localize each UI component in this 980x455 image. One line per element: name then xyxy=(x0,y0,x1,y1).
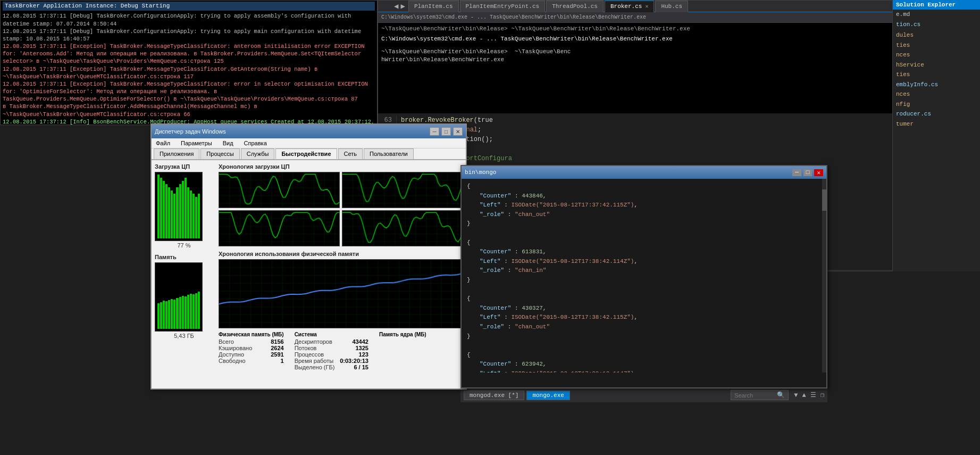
mongo-taskbar-icon-4[interactable]: ❐ xyxy=(820,391,824,399)
tm-stats-center-rows: Дескрипторов43442Потоков1325Процессов123… xyxy=(295,338,368,370)
sol-item-hService[interactable]: hService xyxy=(893,60,980,70)
tm-menu-params[interactable]: Параметры xyxy=(179,139,214,147)
tm-mem-value: 5,43 ГБ xyxy=(155,333,213,339)
tm-menu-help[interactable]: Справка xyxy=(242,139,269,147)
cpu-hist-canvas-1 xyxy=(342,172,463,208)
terminal-line-3: ~\TaskQueue\BenchWriter\bin\Release> ~\T… xyxy=(381,48,976,64)
tm-minimize-btn[interactable]: ─ xyxy=(430,127,439,136)
sol-item-nfig[interactable]: nfig xyxy=(893,100,980,110)
sol-item-roducer.cs[interactable]: roducer.cs xyxy=(893,109,980,119)
solution-explorer: Solution Explorer e.mdtion.csdulestiesnc… xyxy=(892,0,980,271)
cpu-hist-canvas-3 xyxy=(342,211,463,246)
mongo-body: {"Counter" : 443846,"Left" : ISODate("20… xyxy=(462,179,826,373)
ide-tab-scroll-right[interactable]: ▶ xyxy=(400,2,405,11)
ide-address-text: C:\Windows\system32\cmd.exe - ... TaskQu… xyxy=(381,14,646,20)
tm-stats-row: Всего8156 xyxy=(219,338,284,345)
tm-stats-kernel: Память ядра (МБ) xyxy=(379,332,426,370)
tm-tab-Сеть[interactable]: Сеть xyxy=(338,148,363,159)
ide-tab-PlanItemEntryPoint-cs[interactable]: PlanItemEntryPoint.cs xyxy=(460,1,546,12)
mem-bar xyxy=(190,294,192,329)
tm-tab-Пользователи[interactable]: Пользователи xyxy=(364,148,414,159)
tm-stats-row: Доступно2591 xyxy=(219,351,284,358)
tm-stat-value: 2591 xyxy=(271,351,283,358)
mem-bar xyxy=(171,299,173,329)
mongo-left-line: "Left" : ISODate("2015-08-12T17:38:42.11… xyxy=(467,313,821,322)
log-line: 12.08.2015 17:37:11 [Exception] TaskBrok… xyxy=(3,80,375,103)
mem-bar xyxy=(168,300,170,329)
sol-item-tumer[interactable]: tumer xyxy=(893,119,980,129)
mem-bar xyxy=(163,301,165,329)
sol-item-ties[interactable]: ties xyxy=(893,40,980,51)
mongo-blank-line xyxy=(467,229,821,238)
task-manager-body: Загрузка ЦП 77 % Память 5,43 ГБ Хронолог… xyxy=(152,160,466,374)
tm-tab-Приложения[interactable]: Приложения xyxy=(154,148,199,159)
sol-item-e.md[interactable]: e.md xyxy=(893,10,980,20)
sol-item-tion.cs[interactable]: tion.cs xyxy=(893,20,980,30)
tm-stats-system: Система Дескрипторов43442Потоков1325Проц… xyxy=(295,332,368,370)
cpu-hist-canvas-0 xyxy=(219,172,339,208)
ide-tabs-container: PlanItem.csPlanItemEntryPoint.csThreadPo… xyxy=(408,1,689,12)
sol-item-nces[interactable]: nces xyxy=(893,89,980,100)
tm-close-btn[interactable]: ✕ xyxy=(453,127,463,136)
terminal-line-2: C:\Windows\system32\cmd.exe - ... TaskQu… xyxy=(381,35,976,43)
cpu-bar xyxy=(198,194,200,238)
mongo-close-btn[interactable]: ✕ xyxy=(814,169,823,176)
tm-cpu-bar-chart xyxy=(155,172,203,241)
tm-stat-value: 0:03:20:13 xyxy=(340,358,368,364)
mongo-search-box[interactable]: 🔍 xyxy=(731,390,789,400)
ide-terminal: ~\TaskQueue\BenchWriter\bin\Release> ~\T… xyxy=(378,23,979,113)
mem-bar xyxy=(160,302,162,329)
debug-log-container: 12.08.2015 17:37:11 [Debug] TaskBroker.C… xyxy=(3,12,375,125)
ide-tab-Broker-cs[interactable]: Broker.cs✕ xyxy=(605,1,654,12)
mongo-left-line: "Left" : ISODate("2015-08-12T17:38:42.11… xyxy=(467,257,821,267)
mongo-taskbar-icon-2[interactable]: ▲ xyxy=(802,392,806,399)
mem-bar xyxy=(179,297,181,329)
sol-items-container: e.mdtion.csdulestiesnceshServicetiesembl… xyxy=(893,10,980,129)
mongo-taskbar-icon-3[interactable]: ☰ xyxy=(810,391,816,399)
tm-tab-Службы[interactable]: Службы xyxy=(241,148,275,159)
tm-tab-Быстродействие[interactable]: Быстродействие xyxy=(275,148,337,159)
tm-cpu-history-title: Хронология загрузки ЦП xyxy=(219,163,463,170)
ide-tab-bar: ◀ ▶ PlanItem.csPlanItemEntryPoint.csThre… xyxy=(378,1,979,12)
sol-item-emblyInfo.cs[interactable]: emblyInfo.cs xyxy=(893,80,980,90)
tm-stat-value: 8156 xyxy=(271,338,283,345)
tm-stats-system-title: Система xyxy=(295,332,368,337)
ide-tab-Hub-cs[interactable]: Hub.cs xyxy=(655,1,688,12)
mongo-search-icon[interactable]: 🔍 xyxy=(777,391,785,399)
ide-tab-PlanItem-cs[interactable]: PlanItem.cs xyxy=(408,1,459,12)
tm-left-panel: Загрузка ЦП 77 % Память 5,43 ГБ xyxy=(155,163,213,370)
tm-stats-row: Потоков1325 xyxy=(295,345,368,351)
tm-stat-label: Время работы xyxy=(295,358,334,364)
mem-bar xyxy=(176,298,178,329)
sol-item-ties[interactable]: ties xyxy=(893,70,980,80)
sol-item-dules[interactable]: dules xyxy=(893,30,980,40)
ide-tab-ThreadPool-cs[interactable]: ThreadPool.cs xyxy=(546,1,604,12)
mongo-entry-open: { xyxy=(467,182,821,192)
mongo-taskbar-tab[interactable]: mongod.exe [*] xyxy=(464,391,524,400)
tm-tab-Процессы[interactable]: Процессы xyxy=(200,148,239,159)
log-line: 12.08.2015 17:37:11 [Debug] TaskBroker.C… xyxy=(3,28,375,43)
cpu-bar xyxy=(182,181,184,238)
tm-cpu-history-1 xyxy=(342,172,463,208)
tm-stats-row: Время работы0:03:20:13 xyxy=(295,358,368,364)
sol-item-nces[interactable]: nces xyxy=(893,50,980,60)
mongo-maximize-btn[interactable]: □ xyxy=(803,169,813,176)
mongo-console: bin\mongo ─ □ ✕ {"Counter" : 443846,"Lef… xyxy=(460,165,827,388)
mongo-taskbar-tab[interactable]: mongo.exe xyxy=(526,391,569,400)
tm-maximize-btn[interactable]: □ xyxy=(441,127,451,136)
mongo-minimize-btn[interactable]: ─ xyxy=(792,169,801,176)
mongo-taskbar-icon-1[interactable]: ▼ xyxy=(794,392,798,399)
tm-menu-file[interactable]: Файл xyxy=(154,139,172,147)
task-manager-tabs: ПриложенияПроцессыСлужбыБыстродействиеСе… xyxy=(152,148,466,160)
tm-stat-value: 123 xyxy=(359,351,368,358)
tm-stats-row: Выделено (ГБ)6 / 15 xyxy=(295,364,368,370)
ide-tab-scroll-left[interactable]: ◀ xyxy=(394,2,398,11)
ide-tab-close-icon[interactable]: ✕ xyxy=(645,3,648,10)
task-manager-controls: ─ □ ✕ xyxy=(430,127,463,136)
tm-stats-row: Свободно1 xyxy=(219,358,284,364)
tm-menu-view[interactable]: Вид xyxy=(221,139,236,147)
tm-stat-label: Дескрипторов xyxy=(295,338,332,345)
mongo-search-input[interactable] xyxy=(734,392,777,399)
mongo-scrollbar-thumb[interactable] xyxy=(822,189,826,211)
mongo-counter-line: "Counter" : 443846, xyxy=(467,192,821,201)
